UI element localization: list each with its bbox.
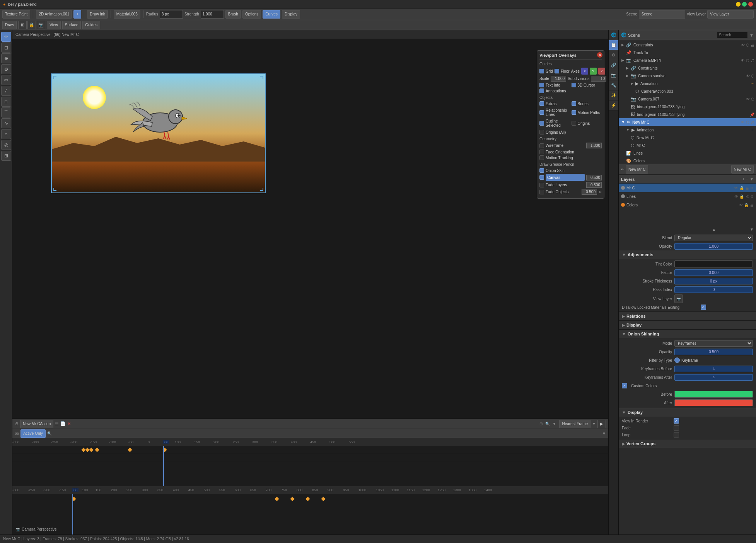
pass-index-value[interactable]: 0 (674, 286, 753, 293)
outliner-item-animation[interactable]: ▶ ▶ Animation ⋯ (619, 80, 756, 87)
outliner-item-new-mr-c[interactable]: ▼ ✏ New Mr C 👁 ⬡ 🖨 (619, 118, 756, 126)
nearest-frame-dropdown[interactable]: ▼ (592, 422, 596, 426)
cursor-checkbox[interactable] (572, 83, 576, 87)
scale-input[interactable] (551, 76, 566, 82)
minimize-button[interactable] (736, 2, 741, 7)
outline-checkbox[interactable] (539, 121, 544, 126)
adjustments-header[interactable]: ▼ Adjustments (619, 250, 756, 259)
outliner-item-camera-007[interactable]: 📷 Camera.007 👁 ⬡ (619, 95, 756, 103)
canvas-input[interactable] (586, 175, 602, 180)
filter-radio-keyframe[interactable] (674, 357, 680, 363)
outliner-item-new-mr-c-action[interactable]: ⬡ New Mr C (619, 134, 756, 141)
outliner-item-animation-2[interactable]: ▼ ▶ Animation ⋯ (619, 126, 756, 134)
options-btn[interactable]: Options (242, 10, 261, 19)
onion-opacity-value[interactable]: 0.500 (674, 349, 753, 355)
scene-selector[interactable]: Scene (639, 10, 685, 19)
extras-checkbox[interactable] (539, 101, 544, 106)
stroke-thickness-value[interactable]: 0 px (674, 278, 753, 284)
workspace-tab[interactable]: 2D Animation.001 (36, 10, 72, 19)
fade-objects-input[interactable] (582, 189, 597, 195)
outliner-filter-icon[interactable]: ▼ (749, 33, 754, 37)
fade-layers-checkbox[interactable] (539, 183, 544, 187)
active-only-btn[interactable]: Active Only (20, 429, 46, 438)
draw-mode-btn[interactable]: Draw (2, 21, 17, 29)
fade-objects-checkbox[interactable] (539, 190, 544, 194)
timeline-icon-2[interactable]: 🔍 (545, 422, 550, 426)
outliner-item-lines[interactable]: 📝 Lines (619, 149, 756, 157)
text-info-checkbox[interactable] (539, 83, 544, 87)
fade-checkbox[interactable] (674, 425, 679, 431)
radius-input[interactable] (160, 10, 183, 19)
outliner-search[interactable] (717, 32, 748, 38)
close-button[interactable] (748, 2, 753, 7)
canvas-checkbox[interactable] (539, 175, 544, 180)
outliner-item-constraints[interactable]: ▶ 🔗 Constraints 👁 ⬡ 🖨 (619, 41, 756, 49)
tint-tool[interactable]: ⊘ (1, 64, 11, 74)
layer-mr-c[interactable]: Mr C 👁 🔒 🖨 ⚙ (619, 184, 756, 192)
new-mr-c-btn-1[interactable]: New Mr C (626, 165, 648, 174)
fill-tool[interactable]: ⊕ (1, 53, 11, 63)
display-btn[interactable]: Display (282, 10, 300, 19)
surface-btn[interactable]: Surface (62, 21, 81, 29)
z-checkbox[interactable]: Z (598, 68, 605, 75)
fade-objects-icon[interactable]: ⚙ (599, 190, 602, 194)
new-mr-c-btn-2[interactable]: New Mr C (731, 165, 754, 174)
timeline-icon-1[interactable]: ⊞ (539, 422, 543, 426)
annotations-checkbox[interactable] (539, 89, 544, 93)
tab-constraints[interactable]: 🔗 (609, 60, 619, 70)
timeline-icon-3[interactable]: ▼ (553, 422, 556, 426)
wireframe-input[interactable] (586, 143, 602, 148)
motion-tracking-checkbox[interactable] (539, 155, 544, 160)
before-color-swatch[interactable] (674, 391, 753, 398)
timeline-settings[interactable]: 📄 (60, 421, 66, 426)
floor-checkbox[interactable] (555, 69, 559, 73)
disallow-locked-checkbox[interactable] (701, 305, 706, 310)
layer-colors[interactable]: Colors 👁 🔒 🖨 (619, 201, 756, 209)
timeline-close[interactable]: ✕ (67, 421, 71, 426)
outliner-item-bird-1[interactable]: 🖼 bird-pigeon-1100x733 flying (619, 103, 756, 111)
y-checkbox[interactable]: Y (590, 68, 597, 75)
bones-checkbox[interactable] (572, 101, 576, 106)
icon-btn-1[interactable]: ⊞ (18, 21, 27, 29)
outliner-item-constraints-2[interactable]: ▶ 🔗 Constraints (619, 64, 756, 72)
outliner-item-camera-action[interactable]: ⬡ CameraAction.003 (619, 87, 756, 95)
line-tool[interactable]: / (1, 86, 11, 96)
outliner-item-track-to[interactable]: 📌 Track To (619, 49, 756, 56)
face-orientation-checkbox[interactable] (539, 150, 544, 154)
box-tool[interactable]: □ (1, 97, 11, 107)
timeline-menu[interactable]: ☰ (55, 421, 59, 426)
tab-scene[interactable]: 🌐 (609, 30, 619, 40)
fade-layers-input[interactable] (586, 182, 602, 188)
strength-input[interactable] (201, 10, 224, 19)
tab-outliner[interactable]: 📋 (609, 40, 619, 50)
outliner-item-colors[interactable]: 🎨 Colors (619, 157, 756, 164)
tab-properties[interactable]: ⚙ (609, 50, 619, 60)
arc-tool[interactable]: ⌒ (1, 107, 11, 117)
grid-checkbox[interactable] (539, 69, 544, 73)
origins-checkbox[interactable] (572, 121, 576, 126)
viewport-canvas[interactable]: ✕ Viewport Overlays Guides Grid Floor Ax… (12, 39, 608, 419)
keyframes-before-value[interactable]: 4 (674, 366, 753, 372)
icon-btn-3[interactable]: 📷 (37, 21, 45, 29)
outliner-item-camera-empty[interactable]: ▶ 📷 Camera EMPTY 👁 ⬡ 🖨 (619, 56, 756, 64)
circle-tool[interactable]: ○ (1, 129, 11, 139)
mode-selector[interactable]: Texture Paint (2, 10, 30, 19)
filter-icon[interactable]: ▼ (602, 431, 606, 436)
onion-skinning-header[interactable]: ▼ Onion Skinning (619, 330, 756, 338)
eraser-tool[interactable]: ◻ (1, 43, 11, 53)
view-in-render-checkbox[interactable] (674, 418, 679, 424)
display-header-2[interactable]: ▼ Display (619, 408, 756, 417)
layers-add-btn[interactable]: + (742, 177, 744, 181)
display-header-1[interactable]: ▶ Display (619, 321, 756, 329)
view-btn[interactable]: View (47, 21, 61, 29)
layer-up-btn[interactable]: ▲ (712, 227, 716, 231)
outliner-item-mr-c-action[interactable]: ⬡ Mr C (619, 141, 756, 149)
keyframes-after-value[interactable]: 4 (674, 374, 753, 381)
layer-lines[interactable]: Lines 👁 🔒 🖨 ⚙ (619, 192, 756, 201)
window-controls[interactable] (736, 2, 753, 7)
outliner-item-bird-2[interactable]: 🖼 bird-pigeon-1100x733 flying 📌 (619, 111, 756, 118)
onion-checkbox[interactable] (539, 168, 544, 173)
layers-menu-btn[interactable]: ▼ (750, 177, 754, 181)
curve-tool[interactable]: ∿ (1, 118, 11, 128)
motion-checkbox[interactable] (572, 110, 576, 115)
